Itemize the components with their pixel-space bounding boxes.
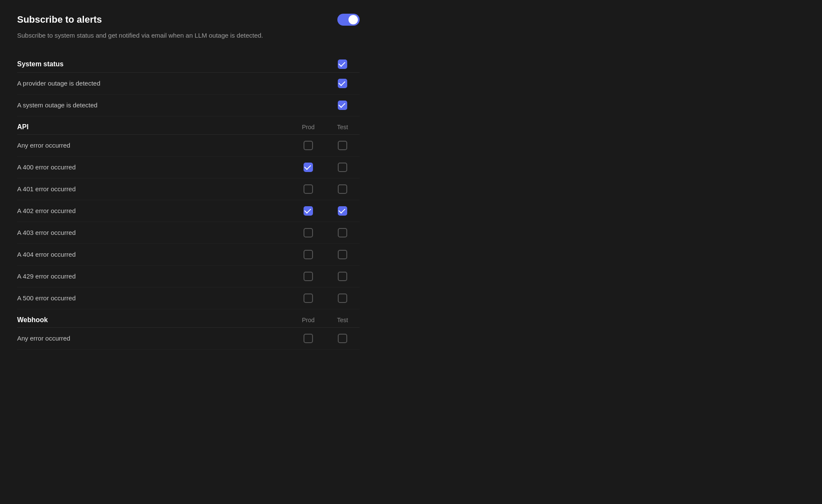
col-header-test-api: Test	[325, 124, 360, 130]
section-webhook: WebhookProdTestAny error occurred	[17, 313, 360, 350]
section-check-system-status[interactable]	[338, 59, 347, 69]
item-test-checkbox-webhook-0[interactable]	[338, 334, 347, 343]
item-test-checkbox-api-1[interactable]	[338, 163, 347, 172]
item-test-checkbox-api-7[interactable]	[338, 294, 347, 303]
item-test-cell-api-6	[325, 272, 360, 281]
item-prod-cell-api-2	[291, 184, 325, 194]
item-check-cell-system-status-1	[325, 101, 360, 110]
item-label-api-0: Any error occurred	[17, 142, 291, 149]
section-title-webhook: Webhook	[17, 316, 291, 324]
item-prod-cell-webhook-0	[291, 334, 325, 343]
item-prod-checkbox-api-4[interactable]	[304, 228, 313, 237]
item-test-checkbox-api-0[interactable]	[338, 141, 347, 150]
sections-container: System statusA provider outage is detect…	[17, 56, 360, 350]
item-test-checkbox-api-3[interactable]	[338, 206, 347, 216]
item-prod-checkbox-api-5[interactable]	[304, 250, 313, 259]
item-label-api-3: A 402 error occurred	[17, 207, 291, 214]
section-system-status: System statusA provider outage is detect…	[17, 56, 360, 116]
page-container: Subscribe to alerts Subscribe to system …	[17, 14, 360, 350]
item-prod-checkbox-api-2[interactable]	[304, 184, 313, 194]
item-test-checkbox-api-5[interactable]	[338, 250, 347, 259]
item-row-api-3: A 402 error occurred	[17, 200, 360, 222]
item-row-api-4: A 403 error occurred	[17, 222, 360, 244]
item-test-checkbox-api-6[interactable]	[338, 272, 347, 281]
item-label-webhook-0: Any error occurred	[17, 335, 291, 342]
item-test-checkbox-api-4[interactable]	[338, 228, 347, 237]
item-prod-cell-api-1	[291, 163, 325, 172]
item-row-api-5: A 404 error occurred	[17, 244, 360, 266]
item-label-api-5: A 404 error occurred	[17, 251, 291, 258]
item-test-cell-api-3	[325, 206, 360, 216]
col-header-test-webhook: Test	[325, 317, 360, 323]
section-title-api: API	[17, 123, 291, 131]
item-label-system-status-0: A provider outage is detected	[17, 80, 325, 87]
item-test-cell-api-0	[325, 141, 360, 150]
item-label-api-7: A 500 error occurred	[17, 294, 291, 302]
col-header-prod-api: Prod	[291, 124, 325, 130]
item-prod-cell-api-4	[291, 228, 325, 237]
item-test-cell-api-5	[325, 250, 360, 259]
item-prod-cell-api-6	[291, 272, 325, 281]
item-prod-cell-api-7	[291, 294, 325, 303]
item-row-api-0: Any error occurred	[17, 135, 360, 157]
section-header-api: APIProdTest	[17, 120, 360, 135]
item-test-cell-api-7	[325, 294, 360, 303]
section-header-system-status: System status	[17, 56, 360, 73]
item-checkbox-system-status-0[interactable]	[338, 79, 347, 88]
item-prod-checkbox-webhook-0[interactable]	[304, 334, 313, 343]
toggle-thumb	[348, 15, 358, 24]
item-check-cell-system-status-0	[325, 79, 360, 88]
toggle-track	[337, 14, 360, 26]
item-prod-checkbox-api-7[interactable]	[304, 294, 313, 303]
item-label-system-status-1: A system outage is detected	[17, 101, 325, 109]
item-test-cell-webhook-0	[325, 334, 360, 343]
item-row-system-status-1: A system outage is detected	[17, 95, 360, 116]
item-row-webhook-0: Any error occurred	[17, 328, 360, 350]
item-prod-checkbox-api-0[interactable]	[304, 141, 313, 150]
item-row-api-2: A 401 error occurred	[17, 178, 360, 200]
item-prod-cell-api-0	[291, 141, 325, 150]
page-title: Subscribe to alerts	[17, 14, 102, 25]
section-title-system-status: System status	[17, 60, 325, 68]
section-api: APIProdTestAny error occurredA 400 error…	[17, 120, 360, 309]
section-header-webhook: WebhookProdTest	[17, 313, 360, 328]
item-row-system-status-0: A provider outage is detected	[17, 73, 360, 95]
item-label-api-1: A 400 error occurred	[17, 163, 291, 171]
item-prod-checkbox-api-3[interactable]	[304, 206, 313, 216]
item-prod-cell-api-3	[291, 206, 325, 216]
item-label-api-6: A 429 error occurred	[17, 273, 291, 280]
section-checkbox-system-status	[325, 59, 360, 69]
item-label-api-2: A 401 error occurred	[17, 185, 291, 193]
item-checkbox-system-status-1[interactable]	[338, 101, 347, 110]
item-row-api-6: A 429 error occurred	[17, 266, 360, 288]
header-row: Subscribe to alerts	[17, 14, 360, 26]
subscribe-toggle[interactable]	[337, 14, 360, 26]
item-test-checkbox-api-2[interactable]	[338, 184, 347, 194]
item-test-cell-api-4	[325, 228, 360, 237]
item-prod-checkbox-api-1[interactable]	[304, 163, 313, 172]
item-row-api-1: A 400 error occurred	[17, 157, 360, 178]
page-subtitle: Subscribe to system status and get notif…	[17, 31, 360, 41]
item-prod-cell-api-5	[291, 250, 325, 259]
col-header-prod-webhook: Prod	[291, 317, 325, 323]
item-test-cell-api-1	[325, 163, 360, 172]
item-prod-checkbox-api-6[interactable]	[304, 272, 313, 281]
item-test-cell-api-2	[325, 184, 360, 194]
item-label-api-4: A 403 error occurred	[17, 229, 291, 236]
item-row-api-7: A 500 error occurred	[17, 288, 360, 309]
